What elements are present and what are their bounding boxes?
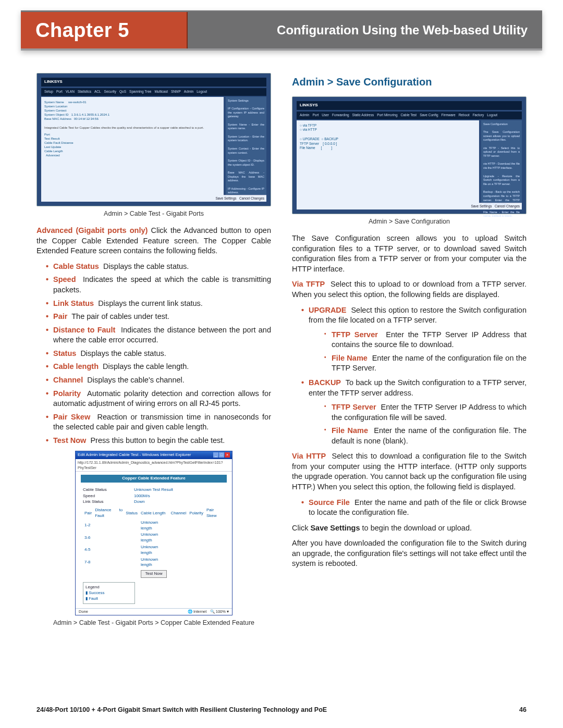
via-http-paragraph: Via HTTP Select this to download a confi… xyxy=(292,451,527,492)
left-column: LINKSYS SetupPortVLANStatisticsACLSecuri… xyxy=(36,73,271,635)
screenshot-pane: System Name sw-switch-01System LocationS… xyxy=(41,97,266,197)
screenshot-logo: LINKSYS xyxy=(297,101,522,110)
advanced-label: Advanced (Gigabit ports only) xyxy=(36,226,148,235)
tftp-options: UPGRADE Select this option to restore th… xyxy=(301,305,527,447)
list-item: TFTP Server Enter the TFTP Server IP Add… xyxy=(324,402,527,423)
field-name: TFTP Server xyxy=(332,403,376,411)
source-file-label: Source File xyxy=(309,498,350,507)
field-desc: Indicates the speed at which the cable i… xyxy=(53,275,271,294)
close-icon: × xyxy=(225,452,230,457)
via-tftp-label: Via TFTP xyxy=(292,280,325,288)
field-name: Distance to Fault xyxy=(53,326,115,334)
minimize-icon: _ xyxy=(213,452,218,457)
via-http-text: Select this to download a configuration … xyxy=(292,452,527,491)
list-item: Pair The pair of cables under test. xyxy=(46,312,271,322)
list-item: Cable Status Displays the cable status. xyxy=(46,262,271,272)
test-now-button[interactable]: Test Now xyxy=(141,570,167,578)
legend-title: Legend xyxy=(85,585,132,590)
screenshot-cable-test: LINKSYS SetupPortVLANStatisticsACLSecuri… xyxy=(36,73,271,206)
field-name: File Name xyxy=(332,426,368,435)
save-settings-label: Save Settings xyxy=(215,196,236,200)
page: Chapter 5 Configuration Using the Web-ba… xyxy=(0,0,563,728)
window-buttons: _□× xyxy=(213,452,230,458)
th-status: Status xyxy=(124,507,139,520)
field-desc: Displays the current link status. xyxy=(98,299,203,307)
th-channel: Channel xyxy=(169,507,188,520)
maximize-icon: □ xyxy=(219,452,224,457)
browser-banner: Copper Cable Extended Feature xyxy=(81,475,227,483)
figure-caption-3: Admin > Save Configuration xyxy=(292,217,527,226)
field-name: Status xyxy=(53,349,76,357)
cell-pair: 3-6 xyxy=(83,532,93,544)
browser-body: Cable StatusUnknown Test Result Speed100… xyxy=(76,485,232,609)
list-item: Test Now Press this button to begin the … xyxy=(46,436,271,446)
cell-pair: 4-5 xyxy=(83,544,93,557)
cell-pair: 7-8 xyxy=(83,557,93,569)
link-status-label: Link Status xyxy=(83,499,130,505)
via-tftp-text: Select this to upload to or download fro… xyxy=(292,280,527,299)
field-desc: Displays the cable status. xyxy=(103,262,189,270)
list-item: Distance to Fault Indicates the distance… xyxy=(46,325,271,346)
speed-label: Speed xyxy=(83,493,130,499)
status-done: Done xyxy=(79,609,88,614)
via-http-label: Via HTTP xyxy=(292,452,326,460)
cable-status-value: Unknown Test Result xyxy=(134,487,173,493)
field-name: Pair xyxy=(53,312,67,320)
section-heading: Admin > Save Configuration xyxy=(292,75,527,89)
field-list: Cable Status Displays the cable status. … xyxy=(46,262,271,446)
chapter-bar: Chapter 5 Configuration Using the Web-ba… xyxy=(21,10,542,51)
saveconfig-intro: The Save Configuration screen allows you… xyxy=(292,233,527,274)
th-pair: Pair xyxy=(83,507,93,520)
cable-status-label: Cable Status xyxy=(83,487,130,493)
list-item: Cable length Displays the cable length. xyxy=(46,362,271,372)
list-item: Channel Displays the cable's channel. xyxy=(46,375,271,386)
status-zoom: 100% xyxy=(216,609,226,614)
speed-value: 1000M/s xyxy=(134,493,150,499)
save-settings-line: Click Save Settings to begin the downloa… xyxy=(292,523,527,534)
legend-success: Success xyxy=(89,590,104,595)
status-zone: Internet xyxy=(193,609,206,614)
backup-text: To back up the Switch configuration to a… xyxy=(309,378,527,397)
cell-len: Unknown length xyxy=(139,544,169,557)
backup-sublist: TFTP Server Enter the TFTP Server IP Add… xyxy=(324,402,527,446)
upgrade-sublist: TFTP Server Enter the TFTP Server IP Add… xyxy=(324,330,527,374)
screenshot-form: System Name sw-switch-01System LocationS… xyxy=(41,97,224,197)
field-desc: Displays the cable length. xyxy=(103,362,189,371)
screenshot-tabs: SetupPortVLANStatisticsACLSecurityQoSSpa… xyxy=(41,88,266,96)
cell-len: Unknown length xyxy=(139,520,169,532)
field-name: Cable length xyxy=(53,362,99,371)
advanced-paragraph: Advanced (Gigabit ports only) Click the … xyxy=(36,226,271,256)
list-item: File Name Enter the name of the configur… xyxy=(324,426,527,446)
th-distance: Distance to Fault xyxy=(93,507,124,520)
page-footer: 24/48-Port 10/100 + 4-Port Gigabit Smart… xyxy=(36,706,527,713)
cell-len: Unknown length xyxy=(139,557,169,569)
screenshot-sidebar: System Settings IP Configuration - Confi… xyxy=(226,97,266,195)
list-item: BACKUP To back up the Switch configurati… xyxy=(301,378,527,446)
list-item: Polarity Automatic polarity detection an… xyxy=(46,389,271,409)
th-pairskew: Pair Skew xyxy=(205,507,225,520)
via-tftp-paragraph: Via TFTP Select this to upload to or dow… xyxy=(292,279,527,300)
field-name: Polarity xyxy=(53,389,81,398)
list-item: Status Displays the cable status. xyxy=(46,349,271,359)
save-settings-label: Save Settings xyxy=(471,204,492,208)
reboot-note: After you have downloaded the configurat… xyxy=(292,538,527,569)
field-desc: Displays the cable's channel. xyxy=(87,376,185,384)
pair-table: Pair Distance to Fault Status Cable Leng… xyxy=(83,507,225,569)
page-number: 46 xyxy=(519,706,527,713)
field-desc: Press this button to begin the cable tes… xyxy=(90,436,225,445)
field-desc: Displays the cable status. xyxy=(80,349,166,357)
screenshot-tabs: AdminPortUserForwardingStatic AddressPor… xyxy=(297,112,522,119)
field-name: Test Now xyxy=(53,436,86,445)
cancel-changes-label: Cancel Changes xyxy=(495,204,520,208)
backup-label: BACKUP xyxy=(309,378,341,387)
chapter-title: Configuration Using the Web-based Utilit… xyxy=(188,12,542,48)
field-name: Pair Skew xyxy=(53,413,90,421)
chapter-number: Chapter 5 xyxy=(21,12,188,48)
screenshot-copper-extended: Edit Admin Integrated Cable Test - Windo… xyxy=(75,451,232,615)
legend-fault: Fault xyxy=(89,596,98,601)
field-name: TFTP Server xyxy=(332,330,378,339)
address-bar: http://172.31.1.89/Admin/Admin_Diagnosti… xyxy=(76,459,232,472)
list-item: Pair Skew Reaction or transmission time … xyxy=(46,412,271,433)
field-name: Cable Status xyxy=(53,262,99,270)
chapter-header: Chapter 5 Configuration Using the Web-ba… xyxy=(0,0,563,55)
